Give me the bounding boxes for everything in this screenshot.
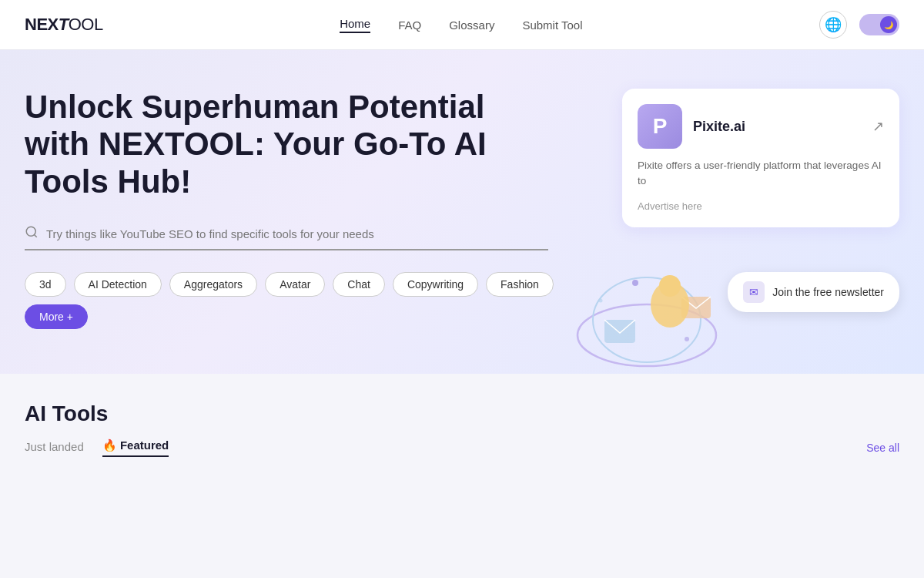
language-button[interactable]: 🌐	[819, 11, 847, 39]
card-logo: P	[638, 104, 682, 149]
theme-toggle[interactable]: 🌙	[859, 14, 899, 35]
nav-home[interactable]: Home	[340, 17, 370, 33]
tabs-row: Just landed 🔥 🔥 FeaturedFeatured	[25, 439, 169, 457]
hero-content: Unlock Superhuman Potential with NEXTOOL…	[25, 89, 610, 329]
search-input[interactable]	[46, 227, 548, 240]
tags-row: 3d AI Detection Aggregators Avatar Chat …	[25, 272, 610, 329]
nav-submit-tool[interactable]: Submit Tool	[522, 18, 582, 32]
tag-chat[interactable]: Chat	[333, 272, 385, 297]
tag-ai-detection[interactable]: AI Detection	[74, 272, 162, 297]
section-title: AI Tools	[25, 402, 899, 426]
globe-icon: 🌐	[825, 16, 842, 33]
logo-x: T	[59, 15, 69, 35]
logo-ool: OOL	[69, 15, 103, 35]
tab-just-landed[interactable]: Just landed	[25, 440, 84, 456]
newsletter-label: Join the free newsletter	[772, 286, 884, 298]
nav-faq[interactable]: FAQ	[398, 18, 421, 32]
tag-3d[interactable]: 3d	[25, 272, 66, 297]
section-row: Just landed 🔥 🔥 FeaturedFeatured See all	[25, 439, 899, 457]
fire-icon: 🔥	[102, 439, 120, 452]
svg-point-0	[26, 227, 35, 236]
svg-point-7	[659, 275, 681, 297]
main-section: AI Tools Just landed 🔥 🔥 FeaturedFeature…	[0, 374, 924, 472]
advertise-link[interactable]: Advertise here	[638, 200, 884, 212]
tag-avatar[interactable]: Avatar	[265, 272, 325, 297]
svg-point-10	[599, 299, 603, 303]
hero-title: Unlock Superhuman Potential with NEXTOOL…	[25, 89, 548, 200]
svg-point-8	[632, 280, 638, 286]
tab-featured[interactable]: 🔥 🔥 FeaturedFeatured	[102, 439, 169, 457]
search-icon	[25, 225, 38, 243]
svg-point-9	[685, 337, 689, 341]
moon-icon: 🌙	[884, 21, 893, 29]
hero-illustration	[562, 227, 732, 374]
tag-aggregators[interactable]: Aggregators	[169, 272, 257, 297]
header: NEXTOOL Home FAQ Glossary Submit Tool 🌐 …	[0, 0, 924, 50]
mail-icon: ✉	[743, 281, 765, 303]
card-header: P Pixite.ai ↗	[638, 104, 884, 149]
svg-line-1	[34, 234, 36, 237]
main-nav: Home FAQ Glossary Submit Tool	[340, 17, 582, 33]
toggle-knob: 🌙	[880, 16, 897, 33]
see-all-link[interactable]: See all	[866, 442, 899, 454]
featured-card: P Pixite.ai ↗ Pixite offers a user-frien…	[622, 89, 899, 227]
tag-fashion[interactable]: Fashion	[486, 272, 554, 297]
logo-nex: NEX	[25, 15, 59, 35]
more-tags-button[interactable]: More +	[25, 304, 88, 329]
external-link-icon[interactable]: ↗	[872, 118, 884, 135]
card-logo-row: P Pixite.ai	[638, 104, 745, 149]
tag-copywriting[interactable]: Copywriting	[393, 272, 478, 297]
logo[interactable]: NEXTOOL	[25, 15, 103, 35]
nav-right: 🌐 🌙	[819, 11, 899, 39]
card-name: Pixite.ai	[693, 119, 745, 135]
card-description: Pixite offers a user-friendly platform t…	[638, 158, 884, 190]
newsletter-toast[interactable]: ✉ Join the free newsletter	[728, 272, 899, 312]
search-bar	[25, 225, 548, 250]
nav-glossary[interactable]: Glossary	[449, 18, 494, 32]
hero-section: Unlock Superhuman Potential with NEXTOOL…	[0, 50, 924, 374]
